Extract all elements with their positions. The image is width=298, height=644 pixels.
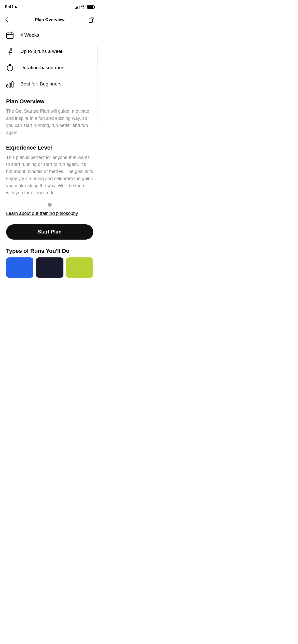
battery-icon xyxy=(87,5,94,9)
svg-rect-1 xyxy=(7,33,13,38)
calendar-icon xyxy=(6,31,15,40)
runs-per-week-text: Up to 3 runs a week xyxy=(20,49,63,54)
running-icon xyxy=(6,47,15,56)
svg-rect-8 xyxy=(12,82,13,87)
weeks-text: 4 Weeks xyxy=(20,32,39,38)
training-philosophy-link[interactable]: Learn about our training philosophy xyxy=(6,211,78,216)
experience-level-title: Experience Level xyxy=(6,144,93,151)
stopwatch-icon xyxy=(6,63,15,72)
svg-rect-0 xyxy=(89,19,92,22)
nav-header: Plan Overview xyxy=(0,12,99,28)
feature-item-weeks: 4 Weeks xyxy=(6,28,93,43)
svg-point-3 xyxy=(11,48,12,50)
run-type-card-dark[interactable] xyxy=(36,257,63,278)
svg-rect-2 xyxy=(8,35,9,36)
start-plan-container: Start Plan xyxy=(0,224,99,248)
content-area: 4 Weeks Up to 3 runs a week xyxy=(0,28,99,224)
plan-overview-section: Plan Overview The Get Started Plan will … xyxy=(6,98,93,138)
scroll-indicator xyxy=(48,203,52,207)
scrollbar-thumb[interactable] xyxy=(98,46,98,66)
start-plan-button[interactable]: Start Plan xyxy=(6,224,93,240)
run-type-card-green[interactable] xyxy=(66,257,93,278)
status-icons xyxy=(75,5,94,9)
run-type-card-blue[interactable] xyxy=(6,257,33,278)
location-icon: ▶ xyxy=(15,5,18,9)
share-button[interactable] xyxy=(83,14,94,25)
types-of-runs-title: Types of Runs You'll Do xyxy=(6,248,93,254)
wifi-icon xyxy=(81,5,86,9)
feature-item-duration: Duration-based runs xyxy=(6,60,93,76)
svg-point-5 xyxy=(10,68,10,69)
back-button[interactable] xyxy=(5,14,16,25)
status-time: 9:41 xyxy=(5,4,14,9)
duration-text: Duration-based runs xyxy=(20,65,64,70)
types-of-runs-section: Types of Runs You'll Do xyxy=(0,248,99,278)
experience-level-section: Experience Level This plan is perfect fo… xyxy=(6,144,93,199)
status-bar: 9:41 ▶ xyxy=(0,0,99,12)
experience-level-body: This plan is perfect for anyone that wan… xyxy=(6,154,93,197)
plan-overview-title: Plan Overview xyxy=(6,98,93,105)
page-title: Plan Overview xyxy=(35,17,64,22)
feature-item-runs: Up to 3 runs a week xyxy=(6,43,93,60)
svg-rect-7 xyxy=(9,83,11,87)
best-for-text: Best for: Beginners xyxy=(20,81,62,87)
scrollbar-track xyxy=(98,46,98,122)
level-icon xyxy=(6,79,15,89)
plan-overview-body: The Get Started Plan will guide, motivat… xyxy=(6,108,93,136)
signal-icon xyxy=(75,5,79,9)
run-type-cards xyxy=(6,257,93,278)
feature-item-level: Best for: Beginners xyxy=(6,76,93,92)
